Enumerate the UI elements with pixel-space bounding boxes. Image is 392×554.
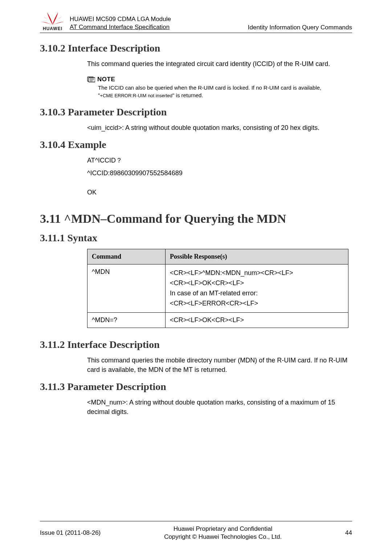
para-3-10-3: <uim_iccid>: A string without double quo… bbox=[87, 123, 352, 132]
huawei-logo: HUAWEI bbox=[40, 11, 65, 31]
note-line-a: The ICCID can also be queried when the R… bbox=[98, 85, 321, 91]
note-body: The ICCID can also be queried when the R… bbox=[98, 84, 352, 99]
logo-text: HUAWEI bbox=[40, 26, 65, 31]
huawei-logo-icon bbox=[40, 11, 65, 25]
table-row: ^MDN <CR><LF>^MDN:<MDN_num><CR><LF> <CR>… bbox=[87, 264, 348, 313]
section-3-11-3-body: <MDN_num>: A string without double quota… bbox=[87, 398, 352, 416]
cell-cmd-2: ^MDN=? bbox=[87, 312, 166, 328]
example-line2: ^ICCID:89860309907552584689 bbox=[87, 168, 352, 178]
example-line1: AT^ICCID？ bbox=[87, 156, 352, 165]
header-titles: HUAWEI MC509 CDMA LGA Module AT Command … bbox=[70, 15, 352, 31]
header-line2: AT Command Interface Specification bbox=[70, 23, 171, 31]
header-right: Identity Information Query Commands bbox=[248, 24, 352, 31]
table-row: ^MDN=? <CR><LF>OK<CR><LF> bbox=[87, 312, 348, 328]
resp-line: <CR><LF>ERROR<CR><LF> bbox=[170, 299, 344, 309]
heading-3-11: 3.11 ^MDN–Command for Querying the MDN bbox=[40, 212, 352, 226]
resp-line: <CR><LF>^MDN:<MDN_num><CR><LF> bbox=[170, 268, 344, 278]
footer-center-line1: Huawei Proprietary and Confidential bbox=[173, 525, 272, 532]
running-header: HUAWEI HUAWEI MC509 CDMA LGA Module AT C… bbox=[40, 11, 352, 33]
section-3-11-2-body: This command queries the mobile director… bbox=[87, 356, 352, 374]
header-left: HUAWEI MC509 CDMA LGA Module AT Command … bbox=[70, 15, 171, 31]
footer-issue: Issue 01 (2011-08-26) bbox=[40, 529, 101, 537]
para-3-11-2: This command queries the mobile director… bbox=[87, 356, 352, 374]
note-mono: +CME ERROR:R-UIM not inserted bbox=[100, 93, 172, 98]
page: HUAWEI HUAWEI MC509 CDMA LGA Module AT C… bbox=[0, 0, 392, 554]
cell-resp-1: <CR><LF>^MDN:<MDN_num><CR><LF> <CR><LF>O… bbox=[166, 264, 348, 313]
note-icon bbox=[87, 77, 95, 82]
note-block: NOTE The ICCID can also be queried when … bbox=[87, 76, 352, 99]
note-quote-close-suffix: " is returned. bbox=[172, 92, 203, 98]
th-command: Command bbox=[87, 249, 166, 264]
th-response: Possible Response(s) bbox=[166, 249, 348, 264]
note-heading: NOTE bbox=[87, 76, 352, 83]
example-block: AT^ICCID？ ^ICCID:89860309907552584689 OK bbox=[87, 156, 352, 197]
syntax-table: Command Possible Response(s) ^MDN <CR><L… bbox=[87, 249, 348, 328]
cell-cmd-1: ^MDN bbox=[87, 264, 166, 313]
heading-3-11-3: 3.11.3 Parameter Description bbox=[40, 381, 352, 393]
resp-line: <CR><LF>OK<CR><LF> bbox=[170, 278, 344, 288]
example-line3: OK bbox=[87, 188, 352, 197]
heading-3-10-3: 3.10.3 Parameter Description bbox=[40, 106, 352, 118]
section-3-10-2-body: This command queries the integrated circ… bbox=[87, 59, 352, 69]
table-header-row: Command Possible Response(s) bbox=[87, 249, 348, 264]
heading-3-11-1: 3.11.1 Syntax bbox=[40, 232, 352, 244]
para-3-10-2: This command queries the integrated circ… bbox=[87, 59, 352, 69]
running-footer: Issue 01 (2011-08-26) Huawei Proprietary… bbox=[40, 521, 352, 541]
cell-resp-2: <CR><LF>OK<CR><LF> bbox=[166, 312, 348, 328]
heading-3-11-2: 3.11.2 Interface Description bbox=[40, 339, 352, 350]
note-label: NOTE bbox=[97, 76, 115, 83]
header-line1: HUAWEI MC509 CDMA LGA Module bbox=[70, 15, 171, 23]
para-3-11-3: <MDN_num>: A string without double quota… bbox=[87, 398, 352, 416]
footer-center: Huawei Proprietary and Confidential Copy… bbox=[101, 525, 345, 541]
heading-3-10-4: 3.10.4 Example bbox=[40, 139, 352, 151]
heading-3-10-2: 3.10.2 Interface Description bbox=[40, 42, 352, 54]
footer-center-line2: Copyright © Huawei Technologies Co., Ltd… bbox=[164, 533, 282, 540]
footer-page-number: 44 bbox=[345, 529, 352, 537]
resp-line: In case of an MT-related error: bbox=[170, 288, 344, 299]
section-3-10-3-body: <uim_iccid>: A string without double quo… bbox=[87, 123, 352, 132]
